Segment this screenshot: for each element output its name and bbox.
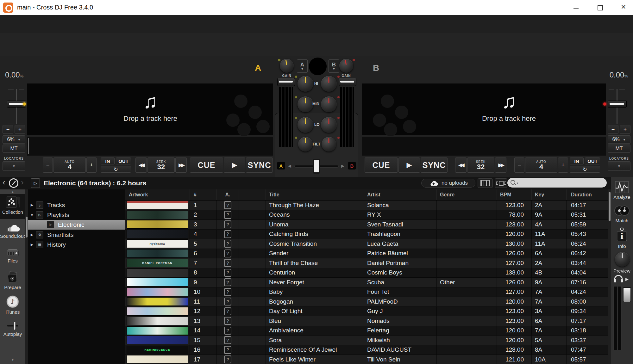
deck-a-auto-loop-button[interactable]: AUTO 4 [53, 157, 86, 173]
sidebar-item-prepare[interactable]: Prepare [0, 269, 25, 293]
table-row[interactable]: 13 ? Bleu Nomads 123.00 6A 07:17 [125, 316, 609, 326]
table-row[interactable]: Hydrozoa 5 ? Cosmic Transition Luca Gaet… [125, 239, 609, 249]
tree-item-electronic[interactable]: ▷ Electronic [28, 220, 125, 230]
deck-a-eq-lo-knob[interactable] [298, 117, 313, 133]
search-field[interactable]: ▼ [507, 178, 607, 188]
deck-b-pitch-range-dropdown[interactable]: 6%▼ [608, 135, 630, 144]
table-scrollbar-thumb[interactable] [609, 192, 611, 221]
table-scrollbar[interactable] [608, 189, 611, 364]
match-button[interactable] [614, 205, 630, 218]
analyze-question-icon[interactable]: ? [224, 355, 231, 363]
deck-a-seek-back-button[interactable]: ◀◀ [135, 157, 147, 173]
analyze-question-icon[interactable]: ? [224, 278, 231, 286]
analyze-question-icon[interactable]: ? [224, 346, 231, 354]
crossfader-handle[interactable] [313, 159, 320, 174]
sidebar-item-collection[interactable]: Collection [0, 194, 25, 219]
panel-view-button[interactable] [495, 178, 507, 188]
analyze-button[interactable] [615, 181, 629, 194]
table-row[interactable]: 8 ? Centurion Cosmic Boys 138.00 4B 04:0… [125, 268, 609, 278]
deck-a-master-tempo-button[interactable]: MT [3, 145, 25, 153]
table-row[interactable]: 15 ? Sora Milkwish 120.00 5A 03:37 [125, 336, 609, 345]
analyze-question-icon[interactable]: ? [224, 259, 231, 267]
analyze-question-icon[interactable]: ? [224, 240, 231, 248]
deck-a-pitch-plus-button[interactable]: + [15, 125, 25, 134]
collapse-icon[interactable]: ▼ [28, 213, 36, 217]
deck-b-cue-button[interactable]: CUE [365, 157, 398, 173]
tree-item-history[interactable]: ▶ ▦ History [28, 240, 125, 250]
column-header-analyzed[interactable]: A. [217, 189, 239, 200]
deck-a-volume-fader[interactable] [277, 78, 295, 86]
column-header-duration[interactable]: Duration [567, 189, 609, 200]
deck-a-cue-button[interactable]: CUE [190, 157, 223, 173]
analyze-question-icon[interactable]: ? [224, 327, 231, 335]
deck-a-gain-knob[interactable] [280, 59, 294, 73]
deck-b-gain-knob[interactable] [339, 59, 353, 73]
deck-a-loop-out-button[interactable]: OUT [116, 157, 131, 164]
close-button[interactable]: ✕ [614, 0, 633, 15]
column-header-bpm[interactable]: BPM [497, 189, 532, 200]
preview-volume-fader[interactable] [623, 287, 631, 302]
deck-b-pitch-slider-handle[interactable] [608, 101, 627, 108]
table-row[interactable]: 12 ? Day Of Light Guy J 123.00 3A 09:34 [125, 307, 609, 317]
sidebar-item-files[interactable]: Files [0, 245, 25, 268]
table-row[interactable]: 17 ? Feels Like Winter Till Von Sein 121… [125, 355, 609, 364]
deck-b-pitch-minus-button[interactable]: − [608, 125, 618, 134]
column-header-empty[interactable] [239, 189, 266, 200]
forward-icon[interactable]: › [21, 178, 24, 186]
deck-a-loop-plus-button[interactable]: + [86, 157, 97, 173]
deck-b-pitch-plus-button[interactable]: + [620, 125, 630, 134]
column-header-key[interactable]: Key [532, 189, 567, 200]
deck-a-play-button[interactable]: ▶ [224, 157, 245, 173]
table-row[interactable]: 10 ? Baby Four Tet 127.00 7A 04:24 [125, 287, 609, 297]
browse-compass-icon[interactable] [9, 178, 18, 188]
deck-a-seek-amount[interactable]: SEEK 32 [147, 157, 175, 173]
preview-knob[interactable] [615, 252, 630, 267]
analyze-question-icon[interactable]: ? [224, 288, 231, 296]
analyze-question-icon[interactable]: ? [224, 269, 231, 277]
table-row[interactable]: 6 ? Sender Patrice Bäumel 126.00 6A 06:4… [125, 249, 609, 259]
table-row[interactable]: 14 ? Ambivalence Feiertag 120.00 7A 03:1… [125, 326, 609, 336]
minimize-button[interactable] [567, 0, 586, 15]
expand-icon[interactable]: ▶ [28, 243, 36, 247]
deck-b-loop-minus-button[interactable]: − [514, 157, 524, 173]
deck-a-filter-knob[interactable] [298, 137, 313, 151]
deck-b-eq-mid-knob[interactable] [321, 96, 337, 112]
rail-scroll-up-icon[interactable]: ▲ [0, 190, 25, 194]
table-row[interactable]: DANIEL PORTMAN 7 ? Thrill of the Chase D… [125, 258, 609, 268]
column-header-artwork[interactable]: Artwork [125, 189, 190, 200]
sidebar-item-soundcloud[interactable]: SoundCloud [0, 220, 25, 244]
table-row[interactable]: 1 ? Through The Haze Solanca 123.00 2A 0… [125, 201, 609, 210]
deck-a-pitch-range-dropdown[interactable]: 6%▼ [3, 135, 25, 144]
deck-a-pitch-minus-button[interactable]: − [3, 125, 13, 134]
deck-a-sync-button[interactable]: SYNC [246, 157, 273, 173]
rail-scroll-down-icon[interactable]: ▼ [0, 358, 25, 361]
deck-b-loop-plus-button[interactable]: + [558, 157, 568, 173]
tree-item-smartlists[interactable]: ▶ ⚙ Smartlists [28, 230, 125, 240]
info-button[interactable]: i [616, 227, 628, 243]
analyze-question-icon[interactable]: ? [224, 220, 231, 228]
deck-b-volume-fader[interactable] [339, 78, 356, 86]
deck-a-loop-icon-button[interactable]: ↻ [101, 166, 131, 173]
column-header-title[interactable]: Title [266, 189, 364, 200]
deck-b-sync-button[interactable]: SYNC [421, 157, 448, 173]
tree-scrollbar[interactable] [25, 189, 28, 364]
deck-b-filter-knob[interactable] [322, 137, 336, 151]
table-row[interactable]: 3 ? Unoma Sven Tasnadi 123.00 4A 05:59 [125, 220, 609, 230]
cue-select-a[interactable]: A▼ [297, 59, 308, 73]
expand-icon[interactable]: ▶ [28, 233, 36, 237]
back-icon[interactable]: ‹ [3, 178, 5, 186]
deck-a-loop-minus-button[interactable]: − [43, 157, 53, 173]
analyze-question-icon[interactable]: ? [224, 298, 231, 305]
analyze-question-icon[interactable]: ? [224, 230, 231, 238]
grid-view-button[interactable] [478, 178, 493, 188]
analyze-question-icon[interactable]: ? [224, 201, 231, 209]
deck-b-drop-zone[interactable]: ♫ Drop a track here [362, 83, 606, 135]
expand-icon[interactable]: ▶ [28, 203, 36, 207]
table-row[interactable]: 4 ? Catching Birds Trashlagoon 120.00 11… [125, 230, 609, 239]
deck-b-seek-amount[interactable]: SEEK 32 [467, 157, 494, 173]
deck-b-seek-back-button[interactable]: ◀◀ [455, 157, 467, 173]
deck-a-loop-in-button[interactable]: IN [101, 157, 115, 164]
analyze-question-icon[interactable]: ? [224, 211, 231, 219]
deck-b-eq-lo-knob[interactable] [321, 117, 337, 133]
deck-b-master-tempo-button[interactable]: MT [608, 145, 630, 153]
